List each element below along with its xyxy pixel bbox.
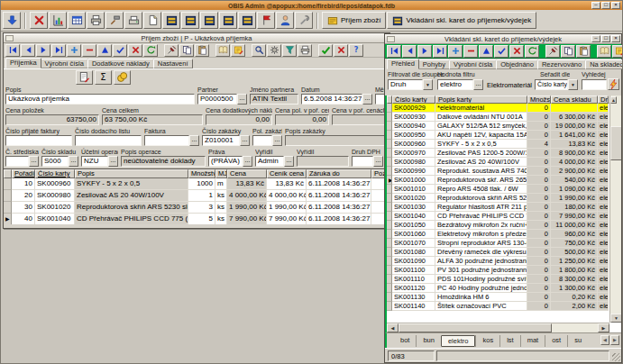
column-header-cena[interactable]: Cena bbox=[227, 169, 267, 178]
close-button[interactable]: × bbox=[611, 35, 620, 42]
receipt-edit-button[interactable] bbox=[97, 44, 112, 57]
insert-tab-na-skladech[interactable]: Na skladech bbox=[585, 59, 623, 69]
task-button-vkládání-skl.-karet-do-příjemek/výdejek[interactable]: Vkládání skl. karet do příjemek/výdejek bbox=[387, 12, 536, 29]
insert-cancel-button[interactable] bbox=[509, 45, 524, 58]
receipt-last-button[interactable] bbox=[51, 44, 66, 57]
insert-tab-objednáno[interactable]: Objednáno bbox=[496, 59, 538, 69]
column-header-záruka-do[interactable]: Záruka do bbox=[307, 169, 371, 178]
main-archive-4-button[interactable] bbox=[219, 12, 237, 29]
filter-column-value[interactable]: Druh bbox=[388, 79, 423, 90]
receipt-filter-button[interactable] bbox=[282, 44, 297, 57]
receipt-search-button[interactable] bbox=[252, 44, 266, 57]
task-button-příjem-zboží[interactable]: Příjem zboží bbox=[322, 12, 386, 29]
close-button[interactable]: × bbox=[611, 2, 620, 9]
insert-notes-button[interactable] bbox=[612, 45, 623, 58]
main-archive-2-button[interactable] bbox=[181, 12, 199, 29]
sort-value[interactable]: Číslo karty bbox=[535, 79, 568, 90]
horizontal-scrollbar[interactable]: ◀ ▶ bbox=[387, 323, 609, 332]
column-header-druh[interactable]: Druh bbox=[598, 96, 609, 104]
table-row[interactable]: SK001140Štítek označovací PVC02,00 Kčele… bbox=[387, 302, 621, 311]
prava-lookup-button[interactable]: ... bbox=[243, 156, 252, 167]
druh-dph-lookup-button[interactable]: ... bbox=[373, 156, 383, 167]
chevron-down-icon[interactable]: ▼ bbox=[423, 79, 433, 90]
table-row[interactable]: SK000970Zesilovač PAS 1200-5 200W/100V n… bbox=[387, 149, 621, 158]
scroll-down-button[interactable]: ▼ bbox=[610, 314, 621, 323]
ucetni-operace-lookup-button[interactable]: ... bbox=[108, 156, 118, 167]
faktura-input[interactable] bbox=[144, 135, 189, 146]
insert-titlebar[interactable]: Vkládání skl. karet do příjemek/výdejek … bbox=[385, 34, 621, 44]
main-users-button[interactable] bbox=[276, 12, 294, 29]
column-header-popis[interactable]: Popis bbox=[75, 169, 188, 178]
receipt-next-button[interactable] bbox=[36, 44, 50, 57]
filter-column-combo[interactable]: Druh▼ bbox=[388, 79, 433, 90]
group-tab-ost[interactable]: ost bbox=[545, 335, 567, 347]
main-titlebar[interactable]: OBIS Admin @apopux:/home/firebird/lepos/… bbox=[1, 1, 622, 10]
main-service-button[interactable] bbox=[105, 12, 124, 29]
table-row[interactable]: SK000930Dálkové ovládání NTU 001A06 300,… bbox=[387, 113, 621, 122]
main-close-task-button[interactable] bbox=[30, 12, 48, 29]
receipt-catalog-button[interactable] bbox=[215, 44, 230, 57]
group-tab-kos[interactable]: kos bbox=[475, 335, 499, 347]
table-row[interactable]: SK001100PV 301 podružné jednostranné do … bbox=[387, 266, 621, 275]
receipt-copy-button[interactable] bbox=[179, 44, 194, 57]
insert-catalog-button[interactable] bbox=[597, 45, 611, 58]
minimize-button[interactable]: – bbox=[591, 2, 600, 9]
receipt-confirm-button[interactable] bbox=[318, 44, 333, 57]
table-row[interactable]: SK001050Bezdrátový mikrofon 2x ruční+při… bbox=[387, 221, 621, 230]
group-tab-su[interactable]: su bbox=[567, 335, 588, 347]
table-row[interactable]: SK001060Elektretový mikrofon s předzesil… bbox=[387, 230, 621, 239]
insert-paste-button[interactable] bbox=[576, 45, 591, 58]
chevron-down-icon[interactable]: ▼ bbox=[568, 79, 578, 90]
vyridil-input[interactable]: Admin bbox=[255, 156, 284, 167]
maximize-button[interactable]: □ bbox=[601, 35, 610, 42]
receipt-settings-button[interactable] bbox=[267, 44, 281, 57]
insert-first-button[interactable] bbox=[387, 45, 401, 58]
insert-delete-button[interactable] bbox=[463, 45, 478, 58]
table-row[interactable]: SK001080Dřevěný rámeček dle výkresu0500,… bbox=[387, 248, 621, 257]
vertical-scrollbar[interactable]: ▲ ▼ bbox=[609, 96, 621, 323]
receipt-tab-dodatkové-náklady[interactable]: Dodatkové náklady bbox=[87, 59, 154, 68]
table-row[interactable]: 20SK000980Zesilovač AS 20 40W/100V1ks4 0… bbox=[4, 190, 389, 202]
insert-tab-výrobní-čísla[interactable]: Výrobní čísla bbox=[449, 59, 497, 69]
group-tab-elektro[interactable]: elektro bbox=[441, 335, 476, 347]
filter-value-input[interactable]: elektro bbox=[437, 79, 473, 90]
table-row[interactable]: SK001090ALFA 30 podružné jednostranné01 … bbox=[387, 257, 621, 266]
table-row[interactable]: SK000940GALAXY 512/5A 512 smyček, max. 5… bbox=[387, 122, 621, 131]
table-row[interactable]: ▶40SK001040CD Přehrávač PHILIPS CCD 775 … bbox=[4, 214, 389, 224]
insert-edit-button[interactable] bbox=[479, 45, 493, 58]
insert-tab-pohyby[interactable]: Pohyby bbox=[418, 59, 450, 69]
main-exit-button[interactable] bbox=[3, 12, 21, 29]
receipt-refresh-button[interactable] bbox=[143, 44, 158, 57]
insert-tab-přehled[interactable]: Přehled bbox=[387, 59, 419, 69]
pol-zakazky-lookup-button[interactable]: ... bbox=[272, 135, 282, 146]
cislo-dodaciho-listu-input[interactable] bbox=[75, 135, 142, 146]
main-archive-5-button[interactable] bbox=[238, 12, 256, 29]
receipt-prices-button[interactable] bbox=[114, 70, 131, 85]
column-header-množství[interactable]: Množství bbox=[527, 96, 551, 104]
insert-insert-button[interactable] bbox=[448, 45, 463, 58]
insert-pin-button[interactable] bbox=[545, 45, 560, 58]
vertical-scroll-thumb[interactable] bbox=[610, 126, 621, 160]
group-tab-bot[interactable]: bot bbox=[394, 335, 416, 347]
insert-tab-rezervováno[interactable]: Rezervováno bbox=[537, 59, 586, 69]
table-row[interactable]: SK001070Stropní reproduktor ARS 130-00/1… bbox=[387, 239, 621, 248]
system-menu-icon[interactable] bbox=[387, 36, 395, 42]
group-scroll-left-button[interactable]: ◀ bbox=[600, 335, 609, 345]
scroll-right-button[interactable]: ▶ bbox=[598, 323, 609, 332]
receipt-cancel-button[interactable] bbox=[128, 44, 142, 57]
popis-input[interactable]: Ukázková příjemka bbox=[5, 94, 195, 105]
receipt-notes-button[interactable] bbox=[231, 44, 245, 57]
receipt-post-button[interactable] bbox=[113, 44, 127, 57]
receipt-titlebar[interactable]: Příjem zboží | P - Ukázková příjemka bbox=[4, 33, 389, 43]
group-scroll-right-button[interactable]: ▶ bbox=[610, 335, 619, 345]
receipt-tab-nastavení[interactable]: Nastavení bbox=[153, 59, 193, 68]
cislo-skladu-input[interactable]: S000 bbox=[41, 156, 69, 167]
group-tab-lst[interactable]: lst bbox=[499, 335, 520, 347]
cislo-skladu-lookup-button[interactable]: ... bbox=[69, 156, 78, 167]
scroll-left-button[interactable]: ◀ bbox=[387, 323, 399, 332]
table-row[interactable]: SK001010Repro ARS 4508 tlak. / 6W01 090,… bbox=[387, 185, 621, 194]
column-header-cena-skladu[interactable]: Cena skladu bbox=[551, 96, 598, 104]
partner-input[interactable]: P0000500 bbox=[197, 94, 237, 105]
column-header-pořadí[interactable]: Pořadí bbox=[12, 169, 35, 178]
insert-prior-button[interactable] bbox=[402, 45, 417, 58]
